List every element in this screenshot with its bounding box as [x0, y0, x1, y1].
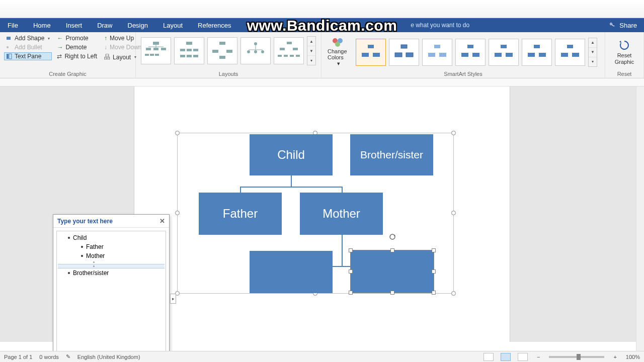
svg-rect-44: [401, 45, 407, 48]
page[interactable]: Child Brother/sister Father Mother: [134, 86, 510, 342]
svg-rect-59: [567, 45, 573, 48]
add-shape-icon: [6, 35, 12, 41]
svg-rect-33: [293, 48, 298, 50]
svg-point-40: [335, 42, 340, 47]
style-option-1[interactable]: [356, 39, 386, 66]
layout-dropdown-label: Layout: [113, 54, 131, 61]
tab-file[interactable]: File: [0, 18, 26, 32]
promote-label: Promote: [65, 35, 88, 42]
share-icon: [609, 22, 616, 29]
list-item[interactable]: Child: [58, 233, 165, 242]
zoom-level[interactable]: 100%: [626, 354, 640, 360]
zoom-in-button[interactable]: +: [611, 354, 618, 360]
tab-design[interactable]: Design: [120, 18, 155, 32]
zoom-slider[interactable]: [549, 356, 604, 358]
list-item[interactable]: [58, 260, 165, 264]
add-bullet-button[interactable]: Add Bullet: [4, 43, 52, 51]
styles-gallery-scroll[interactable]: ▲▼▾: [588, 38, 597, 67]
smartart-graphic[interactable]: Child Brother/sister Father Mother: [177, 133, 454, 294]
style-option-5[interactable]: [489, 39, 519, 66]
proofing-icon[interactable]: ✎: [66, 353, 70, 360]
view-read-mode[interactable]: [484, 353, 494, 361]
layouts-gallery-scroll[interactable]: ▲▼▾: [307, 36, 316, 65]
node-child[interactable]: Child: [250, 134, 333, 175]
list-item[interactable]: Brother/sister: [58, 268, 165, 278]
share-button[interactable]: Share: [602, 18, 644, 32]
tab-draw[interactable]: Draw: [90, 18, 120, 32]
svg-rect-53: [501, 45, 507, 48]
node-brother-sister[interactable]: Brother/sister: [350, 134, 433, 175]
view-web-layout[interactable]: [518, 353, 528, 361]
node-blank-1[interactable]: [250, 251, 333, 293]
svg-rect-36: [290, 55, 294, 57]
view-print-layout[interactable]: [501, 353, 511, 361]
svg-rect-23: [226, 50, 232, 53]
tab-references[interactable]: References: [190, 18, 238, 32]
svg-rect-16: [187, 49, 192, 51]
text-pane-close[interactable]: ✕: [159, 217, 165, 225]
node-mother[interactable]: Mother: [300, 193, 383, 235]
status-words[interactable]: 0 words: [39, 354, 59, 360]
promote-button[interactable]: ←Promote: [55, 34, 99, 42]
change-colors-button[interactable]: Change Colors▾: [326, 36, 352, 68]
svg-rect-24: [219, 56, 225, 59]
status-language[interactable]: English (United Kingdom): [77, 354, 140, 360]
svg-rect-56: [534, 45, 540, 48]
text-pane-toggle[interactable]: Text Pane: [4, 52, 52, 60]
change-colors-label: Change Colors: [328, 48, 350, 60]
list-item[interactable]: Mother: [58, 251, 165, 260]
style-option-7[interactable]: [555, 39, 585, 66]
svg-rect-15: [180, 49, 185, 51]
reset-graphic-button[interactable]: Reset Graphic: [609, 39, 639, 64]
layout-option-5[interactable]: [274, 37, 304, 64]
svg-rect-10: [150, 54, 154, 56]
demote-button[interactable]: →Demote: [55, 43, 99, 51]
tab-layout[interactable]: Layout: [155, 18, 190, 32]
horizontal-ruler: [0, 78, 644, 86]
svg-rect-22: [212, 50, 218, 53]
group-layouts: ▲▼▾ Layouts: [136, 32, 321, 78]
status-bar: Page 1 of 1 0 words ✎ English (United Ki…: [0, 351, 644, 362]
tab-home[interactable]: Home: [26, 18, 58, 32]
rotate-handle-icon[interactable]: [389, 233, 396, 240]
text-pane-title: Type your text here: [57, 218, 113, 225]
svg-rect-8: [161, 48, 166, 50]
reset-icon: [618, 39, 631, 51]
group-label-create-graphic: Create Graphic: [4, 70, 131, 77]
svg-rect-3: [7, 54, 9, 59]
svg-rect-1: [7, 37, 11, 40]
quick-access-toolbar: [0, 0, 644, 18]
style-option-6[interactable]: [522, 39, 552, 66]
text-pane-list[interactable]: Child Father Mother Brother/sister: [56, 231, 166, 360]
svg-rect-50: [467, 45, 473, 48]
layout-option-2[interactable]: [174, 37, 204, 64]
node-father[interactable]: Father: [199, 193, 282, 235]
rtl-button[interactable]: ⇄Right to Left: [55, 52, 99, 60]
svg-rect-42: [362, 53, 369, 57]
list-item-selected[interactable]: [58, 264, 165, 268]
svg-rect-20: [193, 55, 198, 57]
list-item[interactable]: Father: [58, 242, 165, 251]
style-option-4[interactable]: [455, 39, 486, 66]
layout-option-4[interactable]: [240, 37, 271, 64]
svg-rect-7: [153, 48, 158, 50]
share-label: Share: [619, 22, 637, 29]
status-page[interactable]: Page 1 of 1: [4, 354, 32, 360]
svg-point-27: [254, 50, 257, 53]
text-pane-collapse-handle[interactable]: ▸: [170, 294, 176, 304]
tab-insert[interactable]: Insert: [58, 18, 90, 32]
node-blank-2-selected[interactable]: [350, 250, 434, 293]
zoom-out-button[interactable]: −: [535, 354, 542, 360]
layout-option-3[interactable]: [207, 37, 237, 64]
add-shape-label: Add Shape: [15, 35, 44, 42]
svg-point-62: [390, 234, 395, 239]
style-option-2[interactable]: [389, 39, 419, 66]
text-pane-icon: [6, 53, 12, 59]
text-pane-panel[interactable]: Type your text here ✕ Child Father Mothe…: [53, 214, 170, 362]
vertical-scrollbar[interactable]: [636, 86, 644, 351]
layout-option-1[interactable]: [141, 37, 171, 64]
svg-point-2: [7, 46, 9, 48]
add-shape-button[interactable]: Add Shape▾: [4, 34, 52, 42]
style-option-3[interactable]: [422, 39, 452, 66]
svg-rect-11: [155, 54, 159, 56]
